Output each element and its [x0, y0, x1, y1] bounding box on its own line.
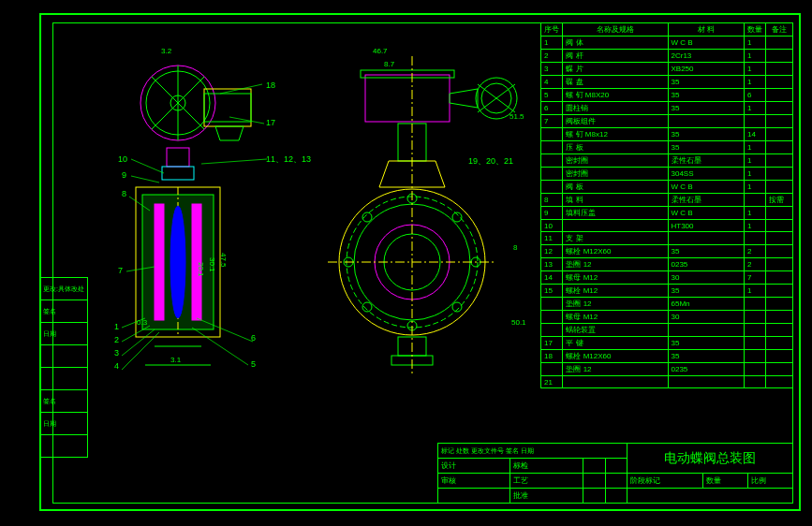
parts-cell: 螺 钉 M8x12 — [563, 128, 668, 141]
parts-cell — [766, 232, 793, 245]
parts-cell — [745, 350, 766, 363]
parts-cell — [766, 168, 793, 181]
parts-cell: 螺母 M12 — [563, 311, 668, 324]
callout: 19、20、21 — [468, 155, 513, 168]
parts-cell: 35 — [668, 102, 745, 115]
tb-cell: 比例 — [748, 474, 793, 489]
parts-cell — [668, 232, 745, 245]
parts-cell: 6 — [541, 102, 563, 115]
parts-cell: 按需 — [766, 194, 793, 207]
parts-cell: 18 — [541, 350, 563, 363]
dim: 47.5 — [219, 253, 228, 268]
parts-cell — [745, 311, 766, 324]
svg-line-48 — [122, 329, 155, 356]
parts-list: 序号 名称及规格 材 料 数量 备注 1阀 体W C B12阀 杆2Cr1313… — [540, 22, 793, 388]
dim: 51.5 — [509, 112, 524, 121]
parts-cell: 12 — [541, 245, 563, 258]
dim: 20.1 — [197, 262, 205, 277]
parts-cell: 35 — [668, 141, 745, 154]
tb-cell: 设计 — [438, 459, 510, 474]
parts-cell: 支 架 — [563, 232, 668, 245]
tb-cell: 数量 — [703, 474, 748, 489]
title-block: 标记 处数 更改文件号 签名 日期 电动蝶阀总装图 设计 标检 审核 工艺 阶段… — [437, 443, 793, 504]
dim: 30.1 — [208, 257, 216, 272]
svg-rect-18 — [365, 75, 450, 122]
callout: 5 — [251, 359, 256, 369]
parts-cell — [766, 376, 793, 388]
parts-cell: 15 — [541, 285, 563, 298]
tb-cell: 标检 — [510, 459, 583, 474]
parts-cell — [766, 89, 793, 102]
parts-cell — [766, 285, 793, 298]
parts-cell: 6 — [745, 89, 766, 102]
tb-small: 标记 — [441, 447, 454, 454]
parts-cell — [766, 50, 793, 63]
parts-cell: HT300 — [668, 220, 745, 232]
parts-cell: 0235 — [668, 363, 745, 376]
parts-cell: 30 — [668, 271, 745, 285]
parts-cell: 碟 盘 — [563, 76, 668, 89]
parts-cell: 2Cr13 — [668, 50, 745, 63]
tb-small: 签名 — [506, 447, 519, 454]
parts-cell: 35 — [668, 285, 745, 298]
parts-cell: W C B — [668, 37, 745, 50]
parts-cell: 压 板 — [563, 141, 668, 154]
parts-cell: 8 — [541, 194, 563, 207]
parts-cell: 螺栓 M12X60 — [563, 350, 668, 363]
parts-cell: 35 — [668, 89, 745, 102]
svg-rect-8 — [167, 148, 189, 167]
svg-rect-7 — [204, 94, 251, 122]
parts-cell: 17 — [541, 337, 563, 350]
parts-cell: 10 — [541, 220, 563, 232]
parts-cell — [668, 324, 745, 337]
parts-cell: 1 — [745, 50, 766, 63]
parts-cell: 1 — [745, 102, 766, 115]
callout: 2 — [114, 335, 119, 344]
dim: 3.1 — [170, 356, 181, 364]
svg-line-52 — [201, 159, 267, 164]
tb-small: 日期 — [521, 447, 534, 454]
parts-cell: 1 — [541, 37, 563, 50]
parts-cell: 螺栓 M12X60 — [563, 245, 668, 258]
parts-cell: 阀 体 — [563, 37, 668, 50]
parts-cell: 2 — [541, 50, 563, 63]
parts-cell: 2 — [745, 258, 766, 271]
parts-cell — [766, 76, 793, 89]
svg-point-13 — [170, 206, 185, 318]
parts-cell — [766, 298, 793, 311]
parts-cell: 1 — [745, 154, 766, 168]
strip-cell — [40, 435, 88, 458]
parts-cell — [541, 181, 563, 194]
callout: 1 — [114, 322, 119, 331]
cad-canvas: 更改:具体改处 签名 日期 签名 日期 — [0, 0, 812, 526]
callout: 9 — [122, 170, 126, 180]
parts-cell: 35 — [668, 350, 745, 363]
parts-cell: 1 — [745, 168, 766, 181]
parts-cell: W C B — [668, 207, 745, 220]
col-qty: 数量 — [745, 23, 766, 37]
parts-cell — [766, 154, 793, 168]
parts-cell — [745, 376, 766, 388]
parts-cell — [766, 128, 793, 141]
parts-cell: 圆柱销 — [563, 102, 668, 115]
parts-cell — [766, 181, 793, 194]
drawing-title: 电动蝶阀总装图 — [627, 444, 793, 474]
parts-cell: 7 — [541, 115, 563, 128]
parts-cell: 垫圈 12 — [563, 258, 668, 271]
parts-cell: 4 — [541, 76, 563, 89]
svg-rect-19 — [361, 70, 454, 78]
parts-cell — [766, 102, 793, 115]
parts-cell: 蝶 片 — [563, 63, 668, 76]
parts-cell — [668, 115, 745, 128]
parts-cell — [766, 350, 793, 363]
svg-rect-9 — [162, 167, 194, 180]
parts-cell: 1 — [745, 141, 766, 154]
callout: 3 — [114, 348, 119, 358]
parts-cell — [541, 298, 563, 311]
parts-cell: 密封圈 — [563, 154, 668, 168]
parts-cell: 柔性石墨 — [668, 154, 745, 168]
dim: 3.2 — [161, 47, 171, 55]
parts-cell: 1 — [745, 37, 766, 50]
parts-cell — [745, 232, 766, 245]
parts-cell: 填 料 — [563, 194, 668, 207]
